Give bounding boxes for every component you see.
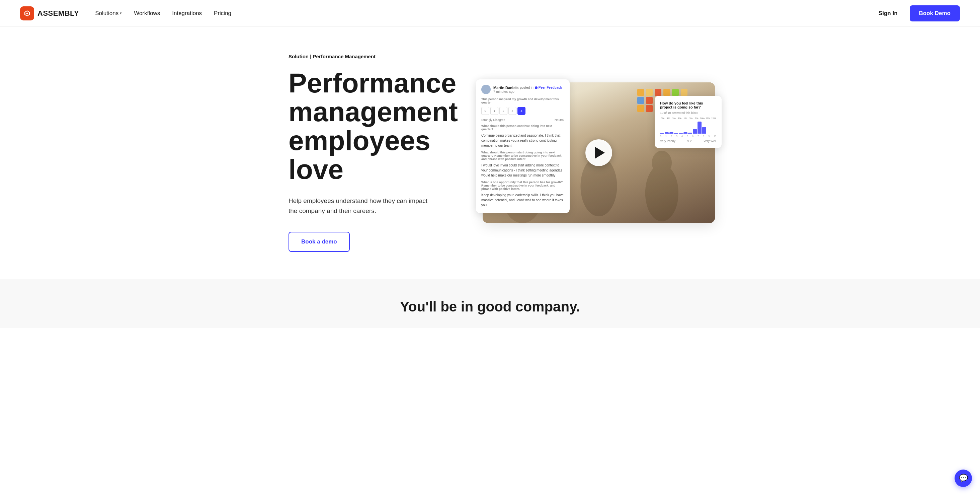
bar-3 xyxy=(674,133,678,134)
channel-dot xyxy=(535,86,538,89)
nav-workflows[interactable]: Workflows xyxy=(134,10,160,17)
chart-score: 9.2 xyxy=(687,139,692,143)
svg-point-0 xyxy=(27,13,28,14)
bar-4 xyxy=(679,133,683,134)
survey-answered: 10 of 10 answered this block xyxy=(660,111,716,115)
logo-icon xyxy=(20,6,34,21)
bar-0 xyxy=(660,133,664,134)
book-demo-nav-button[interactable]: Book Demo xyxy=(910,5,960,21)
logo[interactable]: ASSEMBLY xyxy=(20,6,79,21)
survey-float-card: How do you feel like this project is goi… xyxy=(655,96,722,148)
rating-label-left: Strongly Disagree xyxy=(481,118,505,121)
play-button[interactable] xyxy=(585,139,612,166)
bar-8 xyxy=(697,121,702,134)
breadcrumb: Solution | Performance Management xyxy=(288,54,463,59)
bottom-title: You'll be in good company. xyxy=(20,299,960,315)
rating-2: 2 xyxy=(500,107,508,115)
answer2: Continue being organized and passionate.… xyxy=(481,133,564,148)
chart-footer: Very Poorly 9.2 Very Well xyxy=(660,139,716,143)
nav-right: Sign In Book Demo xyxy=(873,5,960,21)
nav-solutions[interactable]: Solutions ▾ xyxy=(95,10,122,17)
bar-percent-labels: 0% 3% 3% 1% 1% 3% 2% 10% 27% 15% xyxy=(660,117,716,120)
bar-5 xyxy=(684,132,687,134)
question1-label: This person inspired my growth and devel… xyxy=(481,97,564,104)
card-header: Martin Daniels posted in Peer Feedback 7… xyxy=(481,85,564,94)
hero-left: Solution | Performance Management Perfor… xyxy=(288,54,463,252)
card-time: 7 minutes ago xyxy=(493,90,562,93)
nav-integrations[interactable]: Integrations xyxy=(172,10,202,17)
rating-3: 3 xyxy=(508,107,517,115)
question2-label: What should this person continue doing i… xyxy=(481,124,564,131)
rating-label-right: Neutral xyxy=(555,118,564,121)
answer4: Keep developing your leadership skills. … xyxy=(481,193,564,208)
bottom-section: You'll be in good company. xyxy=(0,279,980,328)
chevron-down-icon: ▾ xyxy=(120,11,122,15)
rating-scale: 0 1 2 3 4 xyxy=(481,107,564,115)
feedback-float-card: Martin Daniels posted in Peer Feedback 7… xyxy=(476,79,570,213)
answer3: I would love if you could start adding m… xyxy=(481,163,564,178)
question4-label: What is one opportunity that this person… xyxy=(481,180,564,190)
nav-links: Solutions ▾ Workflows Integrations Prici… xyxy=(95,10,231,17)
hero-right: Martin Daniels posted in Peer Feedback 7… xyxy=(483,82,715,223)
nav-pricing[interactable]: Pricing xyxy=(214,10,231,17)
card-meta-block: Martin Daniels posted in Peer Feedback 7… xyxy=(493,86,562,93)
logo-wordmark: ASSEMBLY xyxy=(38,9,79,18)
card-user-name: Martin Daniels xyxy=(493,86,519,90)
question3-label: What should this person start doing goin… xyxy=(481,151,564,161)
bar-1 xyxy=(665,132,669,134)
hero-title: Performance management employees love xyxy=(288,69,463,184)
bar-chart xyxy=(660,120,716,134)
avatar xyxy=(481,85,491,94)
rating-0: 0 xyxy=(481,107,489,115)
bar-x-labels: 01234 5678910 xyxy=(660,135,716,137)
hero-cta-button[interactable]: Book a demo xyxy=(288,232,350,252)
rating-1: 1 xyxy=(490,107,498,115)
bar-9 xyxy=(702,127,706,134)
navbar: ASSEMBLY Solutions ▾ Workflows Integrati… xyxy=(0,0,980,27)
bar-2 xyxy=(670,132,673,134)
play-icon xyxy=(595,147,605,159)
survey-question: How do you feel like this project is goi… xyxy=(660,101,716,109)
rating-4: 4 xyxy=(517,107,525,115)
card-channel: Peer Feedback xyxy=(535,86,562,89)
svg-point-6 xyxy=(652,151,672,175)
bar-7 xyxy=(693,129,697,134)
card-action: posted in xyxy=(520,86,533,89)
sign-in-button[interactable]: Sign In xyxy=(873,7,903,19)
nav-left: ASSEMBLY Solutions ▾ Workflows Integrati… xyxy=(20,6,231,21)
assembly-logo-svg xyxy=(23,10,31,18)
hero-subtitle: Help employees understand how they can i… xyxy=(288,196,429,216)
chart-footer-left: Very Poorly xyxy=(660,139,675,143)
hero-section: Solution | Performance Management Perfor… xyxy=(245,27,735,279)
bar-6 xyxy=(688,133,692,134)
chart-footer-right: Very Well xyxy=(703,139,716,143)
